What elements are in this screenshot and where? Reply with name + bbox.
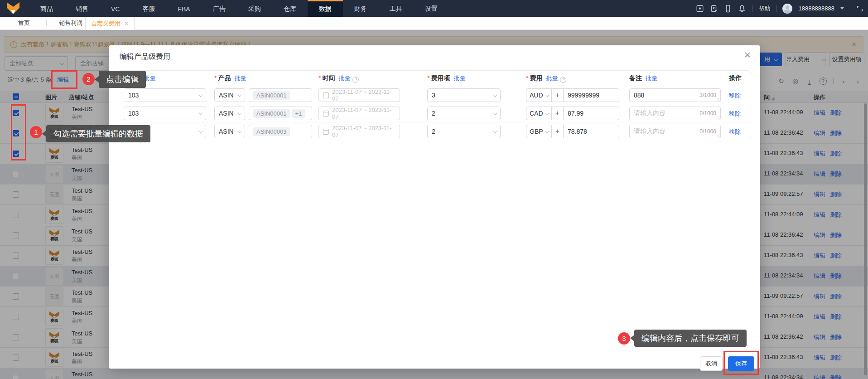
download-tray-icon[interactable] (696, 5, 704, 13)
chevron-down-icon (545, 111, 550, 115)
fee-edit-card: 店铺批量 产品批量 时间批量? 费用项批量 费用批量? 备注批量 操作 103A… (118, 70, 751, 139)
nav-item-8[interactable]: 数据 (308, 0, 343, 17)
nav-item-4[interactable]: FBA (166, 0, 201, 17)
batch-remark-link[interactable]: 批量 (646, 75, 657, 82)
nav-item-0[interactable]: 商品 (29, 0, 64, 17)
highlight-box-save (723, 351, 759, 375)
remove-row-link[interactable]: 移除 (729, 92, 741, 100)
chevron-down-icon (198, 129, 203, 133)
step-3-badge: 3 (618, 332, 630, 345)
asin-chip: ASIN00001 (253, 91, 290, 100)
nav-item-7[interactable]: 仓库 (272, 0, 308, 17)
date-range-input[interactable]: 2023-11-07 ~ 2023-11-07 (318, 125, 400, 138)
currency-select[interactable]: AUD (526, 88, 552, 102)
char-counter: 0/1000 (699, 110, 716, 117)
modal-close-icon[interactable]: ✕ (744, 50, 751, 60)
nav-item-9[interactable]: 财务 (343, 0, 378, 17)
nav-item-10[interactable]: 工具 (378, 0, 414, 17)
shop-select[interactable]: 103 (124, 107, 206, 120)
navbar-right: 帮助 18888888888 (696, 0, 863, 17)
nav-item-1[interactable]: 销售 (64, 0, 100, 17)
plus-sign-button[interactable]: + (551, 125, 564, 138)
batch-fee-item-link[interactable]: 批量 (453, 75, 465, 82)
currency-select[interactable]: GBP (526, 125, 552, 138)
highlight-box-edit (51, 70, 77, 89)
fee-item-select[interactable]: 2 (427, 107, 501, 120)
batch-fee-link[interactable]: 批量 (546, 75, 558, 82)
chevron-down-icon (545, 92, 550, 97)
asin-input[interactable]: ASIN00001+1 (249, 107, 312, 120)
chevron-down-icon (237, 92, 242, 97)
remark-value: 888 (634, 92, 644, 99)
batch-time-link[interactable]: 批量 (338, 75, 350, 82)
date-range-input[interactable]: 2023-11-07 ~ 2023-11-07 (318, 107, 400, 120)
plus-sign-button[interactable]: + (551, 107, 564, 120)
avatar[interactable] (782, 4, 792, 14)
fee-item-select[interactable]: 2 (427, 125, 501, 138)
fullscreen-icon[interactable] (856, 5, 863, 12)
batch-product-link[interactable]: 批量 (234, 75, 246, 82)
step-1-tooltip: 勾选需要批量编辑的数据 (46, 125, 150, 142)
form-plus-icon[interactable] (710, 5, 718, 13)
asin-chip: +1 (292, 109, 305, 118)
remove-row-link[interactable]: 移除 (729, 110, 741, 118)
account-phone[interactable]: 18888888888 (798, 5, 834, 12)
remark-textarea[interactable]: 请输入内容0/1000 (629, 107, 721, 120)
nav-item-6[interactable]: 采购 (237, 0, 272, 17)
asin-chip: ASIN00003 (253, 127, 290, 136)
amount-input[interactable]: 78.878 (563, 125, 619, 138)
divider (752, 5, 752, 12)
fox-logo-icon (6, 2, 20, 15)
chevron-down-icon[interactable] (840, 7, 844, 10)
tab-custom-fee-active[interactable]: 自定义费用 ✕ (85, 17, 135, 30)
help-circle-icon[interactable]: ? (352, 77, 359, 83)
asin-chip: ASIN00001 (253, 109, 290, 118)
help-link[interactable]: 帮助 (758, 5, 770, 13)
amount-input[interactable]: 87.99 (563, 107, 619, 120)
char-counter: 0/1000 (699, 128, 716, 135)
shop-select[interactable]: 103 (124, 88, 206, 102)
nav-item-3[interactable]: 客服 (131, 0, 166, 17)
fee-item-select[interactable]: 3 (427, 88, 501, 102)
cancel-button[interactable]: 取消 (700, 356, 723, 371)
product-type-select[interactable]: ASIN (214, 107, 245, 120)
tab-bar: 首页 销售利润 ✕ 自定义费用 ✕ (0, 17, 868, 30)
close-icon[interactable]: ✕ (124, 20, 129, 27)
chevron-down-icon (237, 111, 242, 115)
step-2-tooltip: 点击编辑 (99, 71, 146, 88)
asin-input[interactable]: ASIN00001 (249, 88, 312, 102)
header-product: 产品批量 (214, 74, 246, 83)
asin-input[interactable]: ASIN00003 (249, 125, 312, 138)
mobile-icon[interactable] (724, 5, 732, 13)
currency-select[interactable]: CAD (526, 107, 552, 120)
amount-input[interactable]: 999999999 (563, 88, 619, 102)
calendar-icon (323, 111, 329, 117)
nav-item-2[interactable]: VC (100, 0, 131, 17)
header-remark: 备注批量 (629, 74, 657, 83)
chevron-down-icon (237, 129, 242, 133)
chevron-down-icon (198, 111, 203, 115)
plus-sign-button[interactable]: + (551, 88, 564, 102)
remark-textarea[interactable]: 8883/1000 (629, 88, 721, 102)
date-range-input[interactable]: 2023-11-07 ~ 2023-11-07 (318, 88, 400, 102)
bell-icon[interactable] (738, 5, 746, 13)
highlight-box-checkboxes (11, 104, 26, 160)
fee-table-header: 店铺批量 产品批量 时间批量? 费用项批量 费用批量? 备注批量 操作 (118, 71, 751, 86)
product-type-select[interactable]: ASIN (214, 88, 245, 102)
top-navbar: 商品销售VC客服FBA广告采购仓库数据财务工具设置 帮助 18888888888 (0, 0, 868, 17)
remark-placeholder: 请输入内容 (634, 109, 665, 117)
divider (850, 5, 850, 12)
fee-row: 103ASINASIN00001+12023-11-07 ~ 2023-11-0… (118, 104, 751, 122)
tab-home[interactable]: 首页 (18, 19, 30, 27)
remark-textarea[interactable]: 请输入内容0/1000 (629, 125, 721, 138)
modal-title: 编辑产品级费用 (120, 52, 170, 62)
nav-item-11[interactable]: 设置 (414, 0, 449, 17)
nav-item-5[interactable]: 广告 (202, 0, 237, 17)
product-type-select[interactable]: ASIN (214, 125, 245, 138)
remark-placeholder: 请输入内容 (634, 127, 665, 136)
screen: 商品销售VC客服FBA广告采购仓库数据财务工具设置 帮助 18888888888… (0, 0, 868, 379)
divider (776, 5, 776, 12)
help-circle-icon[interactable]: ? (560, 77, 566, 83)
chevron-down-icon (493, 92, 497, 97)
remove-row-link[interactable]: 移除 (729, 128, 741, 136)
